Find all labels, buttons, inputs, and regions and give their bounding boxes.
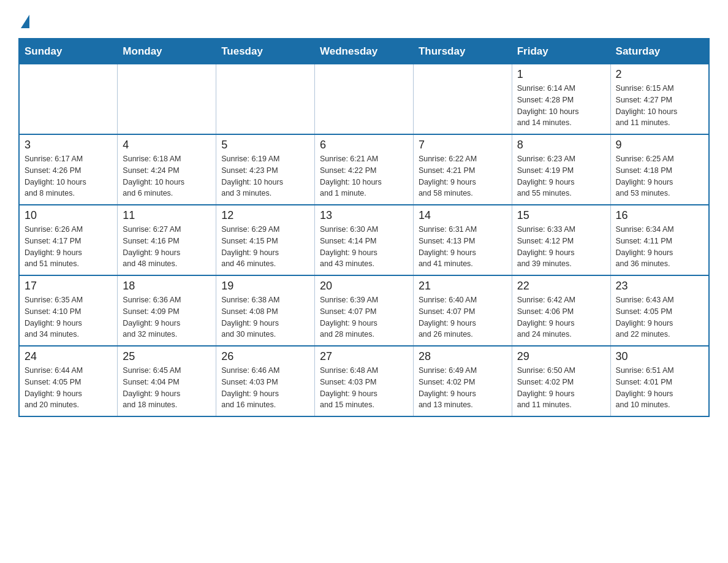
day-number: 19	[221, 280, 309, 293]
calendar-cell	[315, 64, 414, 135]
calendar-cell: 12Sunrise: 6:29 AM Sunset: 4:15 PM Dayli…	[216, 205, 315, 275]
calendar-cell: 17Sunrise: 6:35 AM Sunset: 4:10 PM Dayli…	[19, 275, 118, 346]
day-info: Sunrise: 6:23 AM Sunset: 4:19 PM Dayligh…	[517, 153, 605, 199]
day-number: 29	[517, 350, 605, 363]
calendar-table: SundayMondayTuesdayWednesdayThursdayFrid…	[18, 38, 710, 417]
calendar-cell: 27Sunrise: 6:48 AM Sunset: 4:03 PM Dayli…	[315, 346, 414, 416]
day-info: Sunrise: 6:43 AM Sunset: 4:05 PM Dayligh…	[616, 294, 703, 340]
day-number: 28	[419, 350, 507, 363]
day-number: 2	[616, 68, 703, 81]
calendar-cell	[413, 64, 512, 135]
day-number: 17	[25, 280, 112, 293]
calendar-header-row: SundayMondayTuesdayWednesdayThursdayFrid…	[19, 39, 709, 64]
day-info: Sunrise: 6:51 AM Sunset: 4:01 PM Dayligh…	[616, 365, 703, 411]
day-info: Sunrise: 6:44 AM Sunset: 4:05 PM Dayligh…	[25, 365, 112, 411]
calendar-cell: 16Sunrise: 6:34 AM Sunset: 4:11 PM Dayli…	[610, 205, 709, 275]
day-number: 6	[320, 139, 408, 151]
day-info: Sunrise: 6:35 AM Sunset: 4:10 PM Dayligh…	[25, 294, 112, 340]
calendar-cell: 9Sunrise: 6:25 AM Sunset: 4:18 PM Daylig…	[610, 134, 709, 205]
calendar-cell: 18Sunrise: 6:36 AM Sunset: 4:09 PM Dayli…	[118, 275, 216, 346]
calendar-week-row: 24Sunrise: 6:44 AM Sunset: 4:05 PM Dayli…	[19, 346, 709, 416]
day-number: 21	[419, 280, 507, 293]
day-number: 26	[221, 350, 309, 363]
day-number: 10	[25, 209, 112, 222]
day-number: 22	[517, 280, 605, 293]
calendar-cell: 8Sunrise: 6:23 AM Sunset: 4:19 PM Daylig…	[512, 134, 610, 205]
day-number: 1	[517, 68, 605, 81]
day-info: Sunrise: 6:17 AM Sunset: 4:26 PM Dayligh…	[25, 153, 112, 199]
calendar-week-row: 17Sunrise: 6:35 AM Sunset: 4:10 PM Dayli…	[19, 275, 709, 346]
day-info: Sunrise: 6:21 AM Sunset: 4:22 PM Dayligh…	[320, 153, 408, 199]
day-info: Sunrise: 6:29 AM Sunset: 4:15 PM Dayligh…	[221, 224, 309, 270]
day-info: Sunrise: 6:49 AM Sunset: 4:02 PM Dayligh…	[419, 365, 507, 411]
day-number: 20	[320, 280, 408, 293]
day-info: Sunrise: 6:39 AM Sunset: 4:07 PM Dayligh…	[320, 294, 408, 340]
day-info: Sunrise: 6:15 AM Sunset: 4:27 PM Dayligh…	[616, 83, 703, 129]
day-info: Sunrise: 6:46 AM Sunset: 4:03 PM Dayligh…	[221, 365, 309, 411]
calendar-cell: 29Sunrise: 6:50 AM Sunset: 4:02 PM Dayli…	[512, 346, 610, 416]
day-info: Sunrise: 6:45 AM Sunset: 4:04 PM Dayligh…	[123, 365, 211, 411]
calendar-cell: 13Sunrise: 6:30 AM Sunset: 4:14 PM Dayli…	[315, 205, 414, 275]
calendar-cell: 21Sunrise: 6:40 AM Sunset: 4:07 PM Dayli…	[413, 275, 512, 346]
day-info: Sunrise: 6:22 AM Sunset: 4:21 PM Dayligh…	[419, 153, 507, 199]
day-number: 12	[221, 209, 309, 222]
day-info: Sunrise: 6:36 AM Sunset: 4:09 PM Dayligh…	[123, 294, 211, 340]
day-number: 30	[616, 350, 703, 363]
calendar-week-row: 1Sunrise: 6:14 AM Sunset: 4:28 PM Daylig…	[19, 64, 709, 135]
day-number: 4	[123, 139, 211, 151]
day-info: Sunrise: 6:19 AM Sunset: 4:23 PM Dayligh…	[221, 153, 309, 199]
calendar-cell: 7Sunrise: 6:22 AM Sunset: 4:21 PM Daylig…	[413, 134, 512, 205]
day-info: Sunrise: 6:33 AM Sunset: 4:12 PM Dayligh…	[517, 224, 605, 270]
day-number: 15	[517, 209, 605, 222]
day-number: 14	[419, 209, 507, 222]
day-info: Sunrise: 6:14 AM Sunset: 4:28 PM Dayligh…	[517, 83, 605, 129]
calendar-cell: 22Sunrise: 6:42 AM Sunset: 4:06 PM Dayli…	[512, 275, 610, 346]
calendar-cell: 19Sunrise: 6:38 AM Sunset: 4:08 PM Dayli…	[216, 275, 315, 346]
calendar-cell: 14Sunrise: 6:31 AM Sunset: 4:13 PM Dayli…	[413, 205, 512, 275]
calendar-cell: 11Sunrise: 6:27 AM Sunset: 4:16 PM Dayli…	[118, 205, 216, 275]
calendar-cell: 15Sunrise: 6:33 AM Sunset: 4:12 PM Dayli…	[512, 205, 610, 275]
day-info: Sunrise: 6:25 AM Sunset: 4:18 PM Dayligh…	[616, 153, 703, 199]
calendar-cell: 30Sunrise: 6:51 AM Sunset: 4:01 PM Dayli…	[610, 346, 709, 416]
calendar-cell: 20Sunrise: 6:39 AM Sunset: 4:07 PM Dayli…	[315, 275, 414, 346]
calendar-cell: 3Sunrise: 6:17 AM Sunset: 4:26 PM Daylig…	[19, 134, 118, 205]
day-info: Sunrise: 6:42 AM Sunset: 4:06 PM Dayligh…	[517, 294, 605, 340]
calendar-cell: 26Sunrise: 6:46 AM Sunset: 4:03 PM Dayli…	[216, 346, 315, 416]
day-number: 13	[320, 209, 408, 222]
day-info: Sunrise: 6:26 AM Sunset: 4:17 PM Dayligh…	[25, 224, 112, 270]
calendar-cell: 23Sunrise: 6:43 AM Sunset: 4:05 PM Dayli…	[610, 275, 709, 346]
day-number: 11	[123, 209, 211, 222]
weekday-header-sunday: Sunday	[19, 39, 118, 64]
day-info: Sunrise: 6:31 AM Sunset: 4:13 PM Dayligh…	[419, 224, 507, 270]
day-info: Sunrise: 6:30 AM Sunset: 4:14 PM Dayligh…	[320, 224, 408, 270]
calendar-cell: 2Sunrise: 6:15 AM Sunset: 4:27 PM Daylig…	[610, 64, 709, 135]
calendar-cell	[19, 64, 118, 135]
day-number: 8	[517, 139, 605, 151]
weekday-header-friday: Friday	[512, 39, 610, 64]
weekday-header-thursday: Thursday	[413, 39, 512, 64]
day-info: Sunrise: 6:18 AM Sunset: 4:24 PM Dayligh…	[123, 153, 211, 199]
calendar-cell	[216, 64, 315, 135]
day-number: 9	[616, 139, 703, 151]
day-info: Sunrise: 6:50 AM Sunset: 4:02 PM Dayligh…	[517, 365, 605, 411]
weekday-header-monday: Monday	[118, 39, 216, 64]
day-info: Sunrise: 6:40 AM Sunset: 4:07 PM Dayligh…	[419, 294, 507, 340]
calendar-cell	[118, 64, 216, 135]
day-info: Sunrise: 6:38 AM Sunset: 4:08 PM Dayligh…	[221, 294, 309, 340]
calendar-cell: 25Sunrise: 6:45 AM Sunset: 4:04 PM Dayli…	[118, 346, 216, 416]
calendar-week-row: 10Sunrise: 6:26 AM Sunset: 4:17 PM Dayli…	[19, 205, 709, 275]
logo-triangle-icon	[21, 15, 29, 28]
page-header	[18, 12, 710, 26]
day-number: 7	[419, 139, 507, 151]
day-info: Sunrise: 6:34 AM Sunset: 4:11 PM Dayligh…	[616, 224, 703, 270]
calendar-cell: 5Sunrise: 6:19 AM Sunset: 4:23 PM Daylig…	[216, 134, 315, 205]
day-number: 3	[25, 139, 112, 151]
calendar-cell: 6Sunrise: 6:21 AM Sunset: 4:22 PM Daylig…	[315, 134, 414, 205]
day-number: 25	[123, 350, 211, 363]
calendar-cell: 10Sunrise: 6:26 AM Sunset: 4:17 PM Dayli…	[19, 205, 118, 275]
day-info: Sunrise: 6:27 AM Sunset: 4:16 PM Dayligh…	[123, 224, 211, 270]
day-number: 5	[221, 139, 309, 151]
calendar-cell: 24Sunrise: 6:44 AM Sunset: 4:05 PM Dayli…	[19, 346, 118, 416]
calendar-cell: 1Sunrise: 6:14 AM Sunset: 4:28 PM Daylig…	[512, 64, 610, 135]
calendar-cell: 4Sunrise: 6:18 AM Sunset: 4:24 PM Daylig…	[118, 134, 216, 205]
